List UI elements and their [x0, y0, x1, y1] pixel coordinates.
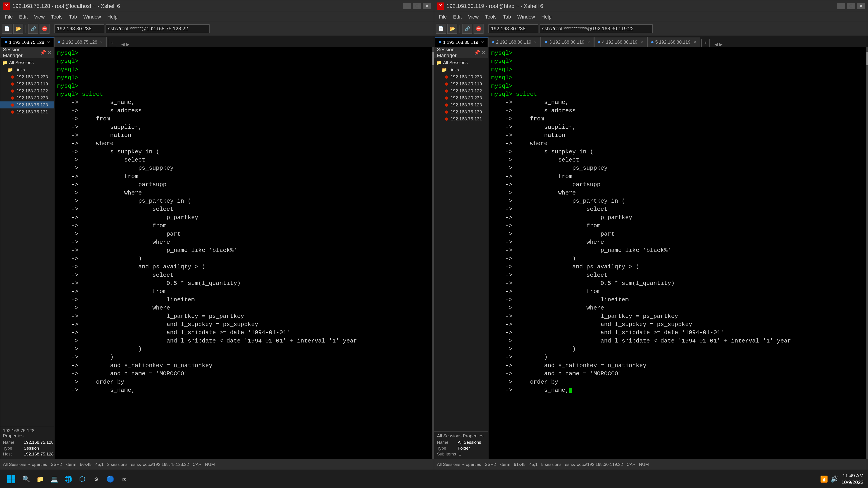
- maximize-button-right[interactable]: □: [847, 3, 855, 9]
- close-button-left[interactable]: ✕: [423, 3, 431, 9]
- tree-server-r5[interactable]: 192.168.75.130: [434, 108, 488, 116]
- menu-tools-left[interactable]: Tools: [49, 13, 65, 21]
- terminal-content-left[interactable]: mysql> mysql> mysql> mysql> mysql> mysql…: [55, 47, 432, 459]
- menu-help-right[interactable]: Help: [539, 13, 554, 21]
- tab-2-right[interactable]: 2 192.168.30.119 ✕: [488, 37, 541, 47]
- minimize-button-right[interactable]: ─: [837, 3, 845, 9]
- address-bar-right[interactable]: [489, 24, 538, 33]
- tree-server-5-left[interactable]: 192.168.75.131: [0, 108, 54, 116]
- code-left-29: -> and l_shipdate >= date '1994-01-01': [57, 328, 430, 337]
- menu-help-left[interactable]: Help: [105, 13, 120, 21]
- toolbar-disconnect-left[interactable]: ⛔: [39, 24, 50, 34]
- tab-close-1-left[interactable]: ✕: [47, 40, 50, 44]
- tab-4-right[interactable]: 4 192.168.30.119 ✕: [594, 37, 647, 47]
- code-right-26: -> where: [491, 304, 864, 312]
- tab-close-1-right[interactable]: ✕: [481, 40, 484, 44]
- add-tab-button-right[interactable]: +: [702, 39, 710, 47]
- menu-file-right[interactable]: File: [436, 13, 450, 21]
- address-bar2-left[interactable]: [105, 24, 210, 33]
- tree-server-4-left[interactable]: 192.168.75.128: [0, 101, 54, 108]
- tree-links-left[interactable]: 📁 Links: [0, 66, 54, 73]
- code-left-34: -> and n_name = 'MOROCCO': [57, 369, 430, 378]
- taskbar-terminal-icon[interactable]: 💻: [48, 473, 61, 486]
- toolbar-left: 📄 📂 🔗 ⛔: [0, 22, 434, 35]
- cursor-right: [569, 388, 572, 393]
- session-manager-title-right: Session Manager: [437, 47, 474, 59]
- menu-window-right[interactable]: Window: [515, 13, 538, 21]
- address-bar-left[interactable]: [55, 24, 104, 33]
- folder-icon-left: 📁: [2, 60, 8, 65]
- tab-1-left[interactable]: 1 192.168.75.128 ✕: [1, 37, 54, 47]
- toolbar-disconnect-right[interactable]: ⛔: [473, 24, 484, 34]
- tree-server-r0[interactable]: 192.168.20.233: [434, 73, 488, 80]
- tree-server-r2[interactable]: 192.168.30.122: [434, 88, 488, 94]
- toolbar-open-right[interactable]: 📂: [447, 24, 457, 34]
- toolbar-new-left[interactable]: 📄: [2, 24, 12, 34]
- prop-label-type-right: Type: [437, 446, 455, 451]
- tree-server-r6[interactable]: 192.168.75.131: [434, 116, 488, 123]
- tab-close-2-right[interactable]: ✕: [534, 40, 537, 44]
- tree-server-r4[interactable]: 192.168.75.128: [434, 101, 488, 108]
- menu-edit-left[interactable]: Edit: [16, 13, 30, 21]
- tab-3-right[interactable]: 3 192.168.30.119 ✕: [541, 37, 594, 47]
- tree-server-1-left[interactable]: 192.168.30.119: [0, 80, 54, 88]
- code-left-13: -> ps_partkey in (: [57, 197, 430, 205]
- menu-tab-left[interactable]: Tab: [66, 13, 80, 21]
- toolbar-open-left[interactable]: 📂: [13, 24, 23, 34]
- terminal-content-right[interactable]: mysql> mysql> mysql> mysql> mysql> mysql…: [489, 47, 866, 459]
- panel-close-left[interactable]: ✕: [48, 50, 52, 56]
- svg-rect-0: [7, 475, 11, 479]
- session-tree-left[interactable]: 📁 All Sessions 📁 Links 192.168.20.233: [0, 58, 54, 426]
- minimize-button-left[interactable]: ─: [403, 3, 411, 9]
- tree-all-sessions-left[interactable]: 📁 All Sessions: [0, 59, 54, 66]
- system-clock: 11:49 AM 10/9/2022: [841, 473, 864, 486]
- menu-tab-right[interactable]: Tab: [500, 13, 514, 21]
- menu-file-left[interactable]: File: [2, 13, 16, 21]
- toolbar-connect-left[interactable]: 🔗: [28, 24, 38, 34]
- menu-edit-right[interactable]: Edit: [450, 13, 464, 21]
- taskbar-settings-icon[interactable]: ⚙: [90, 473, 103, 486]
- toolbar-connect-right[interactable]: 🔗: [462, 24, 472, 34]
- taskbar-browser-icon[interactable]: 🌐: [62, 473, 74, 486]
- close-button-right[interactable]: ✕: [857, 3, 865, 9]
- tree-server-r1[interactable]: 192.168.30.119: [434, 80, 488, 88]
- taskbar-search-icon[interactable]: 🔍: [20, 473, 33, 486]
- tab-label-2-right: 2 192.168.30.119: [496, 39, 531, 45]
- session-tree-right[interactable]: 📁 All Sessions 📁 Links 192.168.20.233: [434, 58, 488, 431]
- menu-window-left[interactable]: Window: [81, 13, 104, 21]
- tree-server-r3[interactable]: 192.168.30.238: [434, 94, 488, 101]
- taskbar-mail-icon[interactable]: ✉: [118, 473, 131, 486]
- panel-pin-left[interactable]: 📌: [40, 50, 46, 56]
- taskbar-icons: 🔍 📁 💻 🌐 ⬡ ⚙ 🔵 ✉: [20, 473, 131, 486]
- tree-server-3-left[interactable]: 192.168.30.238: [0, 94, 54, 101]
- taskbar-folder-icon[interactable]: 📁: [34, 473, 46, 486]
- tab-1-right[interactable]: 1 192.168.30.119 ✕: [435, 37, 488, 47]
- code-left-11: -> partsupp: [57, 181, 430, 189]
- menu-tools-right[interactable]: Tools: [483, 13, 499, 21]
- taskbar-chrome-icon[interactable]: 🔵: [104, 473, 117, 486]
- taskbar-vscode-icon[interactable]: ⬡: [76, 473, 89, 486]
- address-bar2-right[interactable]: [539, 24, 653, 33]
- tab-close-4-right[interactable]: ✕: [640, 40, 643, 44]
- add-tab-button-left[interactable]: +: [108, 39, 116, 47]
- maximize-button-left[interactable]: □: [413, 3, 421, 9]
- tree-server-0-left[interactable]: 192.168.20.233: [0, 73, 54, 80]
- panel-close-right[interactable]: ✕: [482, 50, 486, 56]
- tab-close-3-right[interactable]: ✕: [587, 40, 590, 44]
- scrollbar-left[interactable]: [432, 47, 434, 459]
- tab-5-right[interactable]: 5 192.168.30.119 ✕: [647, 37, 700, 47]
- menu-view-right[interactable]: View: [465, 13, 481, 21]
- tree-links-right[interactable]: 📁 Links: [434, 66, 488, 73]
- tab-close-2-left[interactable]: ✕: [100, 40, 103, 44]
- tab-2-left[interactable]: 2 192.168.75.128 ✕: [54, 37, 107, 47]
- scrollbar-right[interactable]: [866, 47, 868, 459]
- tree-all-sessions-right[interactable]: 📁 All Sessions: [434, 59, 488, 66]
- code-left-12: -> where: [57, 189, 430, 197]
- tab-close-5-right[interactable]: ✕: [693, 40, 696, 44]
- tree-server-2-left[interactable]: 192.168.30.122: [0, 88, 54, 94]
- start-button[interactable]: [4, 473, 18, 486]
- toolbar-new-right[interactable]: 📄: [436, 24, 446, 34]
- menu-view-left[interactable]: View: [31, 13, 47, 21]
- panel-pin-right[interactable]: 📌: [474, 50, 480, 56]
- code-left-19: -> p_name like 'black%': [57, 246, 430, 254]
